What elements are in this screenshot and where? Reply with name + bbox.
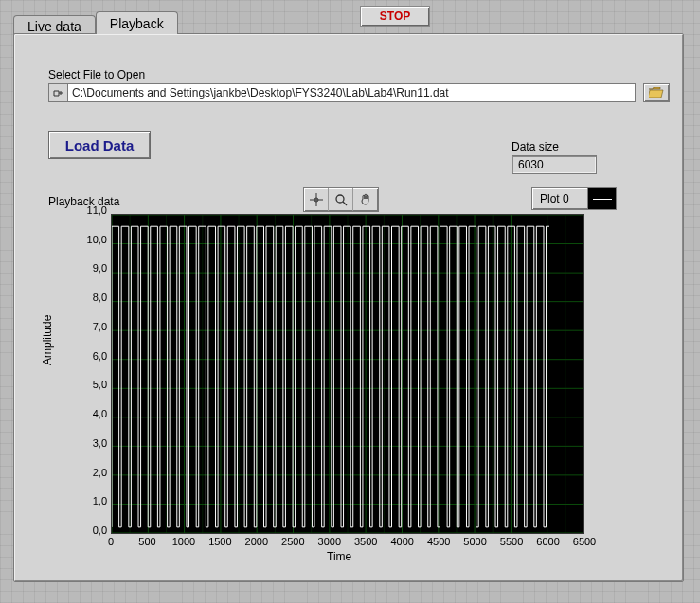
load-data-button[interactable]: Load Data — [48, 131, 151, 159]
file-path-input[interactable] — [67, 83, 636, 102]
y-tick: 8,0 — [79, 292, 107, 303]
x-tick: 6500 — [573, 536, 596, 547]
x-tick: 5500 — [500, 536, 523, 547]
y-axis-ticks: 0,01,02,03,04,05,06,07,08,09,010,011,0 — [79, 210, 109, 538]
zoom-tool[interactable] — [329, 188, 353, 211]
y-tick: 2,0 — [79, 467, 107, 478]
x-tick: 6000 — [536, 536, 559, 547]
y-tick: 7,0 — [79, 321, 107, 332]
pan-tool[interactable] — [353, 188, 378, 211]
file-path-icon — [48, 83, 67, 102]
y-tick: 1,0 — [79, 495, 107, 506]
stop-button[interactable]: STOP — [360, 6, 430, 27]
x-tick: 2500 — [281, 536, 304, 547]
graph-tool-palette — [303, 187, 379, 212]
y-tick: 6,0 — [79, 350, 107, 362]
playback-panel: Select File to Open Load Data Data size … — [13, 33, 684, 582]
folder-icon — [649, 87, 664, 98]
tab-strip: Live data Playback — [13, 10, 178, 34]
legend-label: Plot 0 — [532, 192, 587, 205]
plot-area[interactable] — [111, 214, 584, 534]
y-tick: 4,0 — [79, 408, 107, 419]
x-tick: 4000 — [390, 536, 413, 547]
x-tick: 1500 — [208, 536, 231, 547]
browse-button[interactable] — [643, 83, 670, 102]
tab-playback[interactable]: Playback — [96, 11, 178, 34]
x-tick: 2000 — [245, 536, 268, 547]
x-tick: 0 — [108, 536, 114, 547]
x-axis-ticks: 0500100015002000250030003500400045005000… — [111, 536, 584, 551]
data-size-value: 6030 — [512, 155, 597, 174]
y-tick: 11,0 — [79, 204, 107, 216]
y-tick: 9,0 — [79, 262, 107, 274]
svg-point-1 — [336, 195, 344, 203]
x-tick: 1000 — [172, 536, 195, 547]
y-tick: 3,0 — [79, 437, 107, 449]
y-tick: 0,0 — [79, 524, 107, 536]
file-open-label: Select File to Open — [48, 68, 145, 81]
y-tick: 10,0 — [79, 234, 107, 245]
x-tick: 3000 — [318, 536, 341, 547]
y-axis-label: Amplitude — [41, 315, 54, 365]
plot-legend[interactable]: Plot 0 — [531, 187, 617, 210]
x-tick: 4500 — [427, 536, 450, 547]
x-tick: 500 — [138, 536, 155, 547]
legend-swatch — [587, 188, 616, 209]
x-axis-label: Time — [327, 550, 351, 563]
data-size-label: Data size — [512, 140, 559, 153]
x-tick: 3500 — [354, 536, 377, 547]
y-tick: 5,0 — [79, 379, 107, 390]
crosshair-tool[interactable] — [304, 188, 329, 211]
x-tick: 5000 — [463, 536, 486, 547]
